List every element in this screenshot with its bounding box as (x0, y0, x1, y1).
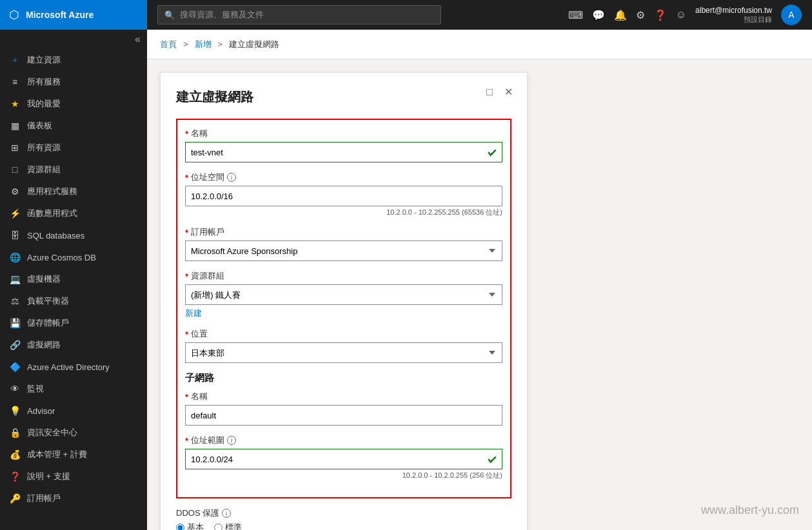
sidebar-item-4[interactable]: ⊞所有資源 (0, 137, 147, 159)
name-label: * 名稱 (185, 128, 502, 139)
sidebar-item-icon-1: ≡ (9, 76, 21, 88)
feedback-icon[interactable]: 💬 (592, 9, 605, 21)
ddos-basic-label: 基本 (187, 522, 204, 530)
breadcrumb-sep1: > (183, 39, 188, 49)
location-field-group: * 位置 日本東部 (185, 328, 502, 363)
subscription-label-text: 訂用帳戶 (191, 226, 224, 238)
ddos-standard-label: 標準 (225, 522, 242, 530)
subnet-addr-input-wrapper (185, 449, 502, 469)
ddos-section: DDOS 保護 i 基本 標準 (176, 507, 511, 530)
notification-icon[interactable]: 🔔 (614, 9, 627, 21)
sidebar-item-13[interactable]: 🔗虛擬網路 (0, 334, 147, 356)
location-select[interactable]: 日本東部 (185, 342, 502, 363)
sidebar-item-11[interactable]: ⚖負載平衡器 (0, 290, 147, 312)
name-input[interactable] (185, 142, 502, 162)
breadcrumb-current: 建立虛擬網路 (229, 39, 279, 50)
location-label: * 位置 (185, 328, 502, 340)
ddos-basic-radio[interactable] (176, 524, 184, 531)
subnet-name-input[interactable] (185, 405, 502, 426)
address-required-star: * (185, 173, 188, 182)
sidebar-item-15[interactable]: 👁監視 (0, 378, 147, 400)
sidebar-item-14[interactable]: 🔷Azure Active Directory (0, 356, 147, 378)
ddos-standard-radio[interactable] (214, 524, 223, 531)
sidebar-item-3[interactable]: ▦儀表板 (0, 115, 147, 137)
panel-controls: □ ✕ (484, 84, 515, 99)
breadcrumb-new[interactable]: 新增 (195, 39, 212, 50)
sidebar-item-icon-10: 💻 (9, 273, 21, 285)
sidebar-item-label-19: 說明 + 支援 (27, 471, 70, 482)
sidebar-item-label-18: 成本管理 + 計費 (27, 449, 87, 460)
rg-required-star: * (185, 271, 188, 281)
sidebar-item-10[interactable]: 💻虛擬機器 (0, 268, 147, 290)
sidebar-item-16[interactable]: 💡Advisor (0, 400, 147, 422)
rg-label-text: 資源群組 (191, 270, 224, 282)
help-icon[interactable]: ❓ (654, 9, 667, 21)
subnet-addr-input[interactable] (185, 449, 502, 469)
sidebar-item-icon-19: ❓ (9, 471, 21, 482)
sidebar-item-label-6: 應用程式服務 (27, 186, 77, 197)
sidebar-item-label-17: 資訊安全中心 (27, 427, 77, 438)
rg-select[interactable]: (新增) 鐵人賽 (185, 284, 502, 305)
sidebar-item-6[interactable]: ⚙應用程式服務 (0, 181, 147, 202)
main-area: 🔍 搜尋資源、服務及文件 ⌨ 💬 🔔 ⚙ ❓ ☺ albert@microfus… (147, 0, 812, 530)
subscription-field-group: * 訂用帳戶 Microsoft Azure Sponsorship (185, 226, 502, 261)
sidebar-item-12[interactable]: 💾儲存體帳戶 (0, 312, 147, 334)
sidebar-item-0[interactable]: +建立資源 (0, 49, 147, 71)
azure-logo-icon: ⬡ (9, 8, 19, 22)
sidebar-item-icon-7: ⚡ (9, 208, 21, 219)
sidebar-item-label-8: SQL databases (27, 231, 84, 240)
ddos-info-icon[interactable]: i (222, 509, 231, 518)
sidebar-item-20[interactable]: 🔑訂用帳戶 (0, 487, 147, 509)
breadcrumb-home[interactable]: 首頁 (160, 39, 177, 50)
address-label: * 位址空間 i (185, 172, 502, 183)
ddos-standard-radio-label[interactable]: 標準 (214, 522, 242, 530)
sidebar-item-label-15: 監視 (27, 383, 44, 395)
sidebar-item-icon-15: 👁 (9, 383, 21, 395)
sidebar-item-2[interactable]: ★我的最愛 (0, 93, 147, 115)
subnet-name-required-star: * (185, 392, 188, 402)
cloud-shell-icon[interactable]: ⌨ (568, 9, 583, 21)
settings-icon[interactable]: ⚙ (636, 9, 645, 21)
sidebar-item-label-0: 建立資源 (27, 54, 61, 66)
sidebar-item-label-3: 儀表板 (27, 120, 52, 132)
user-avatar[interactable]: A (781, 5, 802, 25)
ddos-label: DDOS 保護 i (176, 507, 511, 519)
sidebar-item-8[interactable]: 🗄SQL databases (0, 224, 147, 246)
ddos-basic-radio-label[interactable]: 基本 (176, 522, 204, 530)
topbar: 🔍 搜尋資源、服務及文件 ⌨ 💬 🔔 ⚙ ❓ ☺ albert@microfus… (147, 0, 812, 30)
sidebar-item-label-20: 訂用帳戶 (27, 493, 61, 504)
panel-title: 建立虛擬網路 (176, 88, 511, 106)
sidebar-item-18[interactable]: 💰成本管理 + 計費 (0, 444, 147, 466)
subscription-required-star: * (185, 228, 188, 237)
address-input[interactable] (185, 186, 502, 206)
sidebar-item-17[interactable]: 🔒資訊安全中心 (0, 422, 147, 444)
panel-close-button[interactable]: ✕ (502, 84, 515, 99)
sidebar-item-icon-13: 🔗 (9, 339, 21, 351)
address-hint-text: 10.2.0.0 - 10.2.255.255 (65536 位址) (185, 208, 502, 217)
sidebar-item-9[interactable]: 🌐Azure Cosmos DB (0, 246, 147, 268)
sidebar-item-icon-17: 🔒 (9, 427, 21, 438)
search-bar[interactable]: 🔍 搜尋資源、服務及文件 (157, 5, 441, 25)
sidebar-item-1[interactable]: ≡所有服務 (0, 71, 147, 93)
content-area: 首頁 > 新增 > 建立虛擬網路 □ ✕ 建立虛擬網路 * (147, 30, 812, 530)
panel-maximize-button[interactable]: □ (484, 84, 495, 99)
sidebar-item-7[interactable]: ⚡函數應用程式 (0, 202, 147, 224)
rg-label: * 資源群組 (185, 270, 502, 282)
rg-field-group: * 資源群組 (新增) 鐵人賽 新建 (185, 270, 502, 319)
name-field-group: * 名稱 (185, 128, 502, 162)
subscription-select[interactable]: Microsoft Azure Sponsorship (185, 240, 502, 261)
sidebar-item-5[interactable]: □資源群組 (0, 159, 147, 181)
subnet-name-field-group: * 名稱 (185, 391, 502, 426)
sidebar-item-icon-8: 🗄 (9, 230, 21, 241)
address-info-icon[interactable]: i (227, 173, 236, 182)
location-required-star: * (185, 329, 188, 339)
subnet-addr-required-star: * (185, 436, 188, 446)
subnet-addr-info-icon[interactable]: i (227, 436, 236, 445)
sidebar-item-label-1: 所有服務 (27, 76, 61, 88)
sidebar-item-label-14: Azure Active Directory (27, 362, 110, 372)
sidebar-collapse-button[interactable]: « (0, 30, 147, 49)
smiley-icon[interactable]: ☺ (676, 9, 686, 21)
rg-new-link[interactable]: 新建 (185, 308, 202, 319)
sidebar-item-19[interactable]: ❓說明 + 支援 (0, 466, 147, 487)
subnet-addr-hint-text: 10.2.0.0 - 10.2.0.255 (256 位址) (185, 471, 502, 480)
